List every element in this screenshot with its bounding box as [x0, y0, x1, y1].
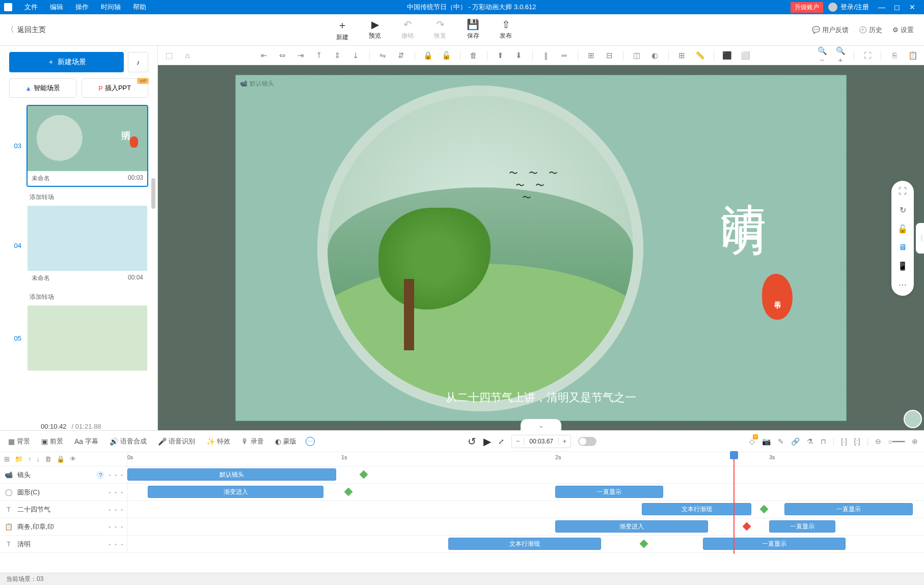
cursor-icon[interactable]: ⬚ [164, 51, 174, 60]
undo-button[interactable]: ↶撤销 [401, 18, 414, 42]
tab-tts[interactable]: 🔊语音合成 [107, 437, 149, 446]
mask-icon[interactable]: ◐ [650, 51, 660, 60]
publish-button[interactable]: ⇧发布 [500, 18, 512, 42]
ruler-icon[interactable]: 📏 [695, 51, 705, 60]
timeline-clip[interactable]: 文本行渐现 [642, 503, 751, 515]
tab-foreground[interactable]: ▣前景 [39, 437, 65, 446]
zoom-out-icon[interactable]: 🔍− [817, 46, 827, 64]
rewind-button[interactable]: ↺ [468, 435, 476, 448]
send-back-icon[interactable]: ⬜ [741, 51, 751, 60]
smart-scene-button[interactable]: ▲ 智能场景 [9, 78, 76, 98]
crop-icon[interactable]: ◫ [632, 51, 642, 60]
scene-item-04[interactable]: 04 未命名00:04 [9, 205, 148, 287]
distribute-h-icon[interactable]: ‖ [541, 51, 551, 60]
preview-badge[interactable] [904, 410, 922, 428]
timeline-track[interactable]: ◯圆形(C)•••渐变进入一直显示 [0, 484, 924, 501]
maximize-button[interactable]: ◻ [889, 3, 905, 11]
menu-timeline[interactable]: 时间轴 [95, 3, 127, 12]
zoom-in-icon[interactable]: 🔍+ [835, 46, 846, 64]
track-content[interactable]: 渐变进入一直显示 [127, 518, 924, 535]
scrollbar[interactable] [151, 178, 155, 209]
track-content[interactable]: 文本行渐现一直显示 [127, 536, 924, 552]
bracket-left-icon[interactable]: [·] [841, 437, 847, 445]
music-button[interactable]: ♪ [128, 52, 148, 72]
align-top-icon[interactable]: ⤒ [314, 51, 324, 60]
up-icon[interactable]: ↑ [28, 455, 32, 463]
align-bottom-icon[interactable]: ⤓ [351, 51, 361, 60]
link-icon[interactable]: 🔗 [791, 437, 800, 445]
menu-action[interactable]: 操作 [69, 3, 95, 12]
timeline-clip[interactable]: 渐变进入 [555, 520, 708, 533]
menu-help[interactable]: 帮助 [127, 3, 152, 12]
track-options[interactable]: ••• [108, 524, 123, 530]
close-button[interactable]: ✕ [905, 3, 920, 11]
timeline-clip[interactable]: 一直显示 [555, 486, 663, 498]
timeline-track[interactable]: T二十四节气•••文本行渐现一直显示 [0, 501, 924, 518]
scene-thumbnail[interactable]: 清明 未命名00:03 [26, 105, 148, 187]
time-input[interactable]: − 00:03.67 + [511, 435, 571, 448]
save-button[interactable]: 💾保存 [467, 18, 479, 42]
track-options[interactable]: ••• [108, 541, 123, 547]
align-center-v-icon[interactable]: ⇕ [333, 51, 343, 60]
timeline-clip[interactable]: 一直显示 [784, 503, 913, 515]
unlock-icon[interactable]: 🔓 [442, 51, 452, 60]
seal-stamp[interactable]: 二十四节 [762, 274, 793, 320]
time-plus-button[interactable]: + [558, 437, 570, 445]
layer-up-icon[interactable]: ⬆ [496, 51, 506, 60]
align-center-h-icon[interactable]: ⇔ [278, 51, 288, 60]
bracket-right-icon[interactable]: [:] [854, 437, 860, 445]
magnet-icon[interactable]: ⊓ [821, 437, 826, 445]
expand-icon[interactable]: ⤢ [498, 437, 504, 445]
timeline-clip[interactable]: 一直显示 [703, 538, 846, 550]
tab-subtitle[interactable]: Aa字幕 [72, 437, 100, 446]
track-options[interactable]: ••• [108, 507, 123, 513]
home-icon[interactable]: ⌂ [182, 51, 193, 60]
layer-down-icon[interactable]: ⬇ [514, 51, 524, 60]
expand-right-button[interactable]: 〈 [916, 223, 924, 254]
fullscreen-icon[interactable]: ⛶ [899, 187, 907, 196]
new-scene-button[interactable]: ＋ 新建场景 [9, 52, 124, 72]
time-minus-button[interactable]: − [512, 437, 524, 445]
keyframe-diamond[interactable] [640, 540, 648, 548]
edit-icon[interactable]: ✎ [778, 437, 784, 445]
align-left-icon[interactable]: ⇤ [259, 51, 269, 60]
track-options[interactable]: ••• [108, 489, 123, 495]
camera-icon[interactable]: 📷 [762, 437, 771, 445]
grid-icon[interactable]: ⊞ [677, 51, 687, 60]
ungroup-icon[interactable]: ⊟ [605, 51, 615, 60]
group-icon[interactable]: ⊞ [586, 51, 596, 60]
zoom-in-tl-icon[interactable]: ⊕ [912, 437, 918, 445]
timeline-track[interactable]: 📹镜头?•••默认镜头 [0, 466, 924, 484]
keyframe-diamond[interactable] [344, 488, 353, 496]
loop-toggle[interactable] [578, 437, 596, 446]
timeline-clip[interactable]: 渐变进入 [148, 486, 323, 498]
keyframe-icon[interactable]: ◇ [749, 437, 755, 445]
play-button[interactable]: ▶ [483, 435, 491, 448]
preview-button[interactable]: ▶预览 [369, 18, 381, 42]
back-home-button[interactable]: 〈 返回主页 [0, 24, 122, 35]
tab-asr[interactable]: 🎤语音识别 [156, 437, 197, 446]
settings-button[interactable]: ⚙设置 [892, 25, 914, 35]
keyframe-diamond[interactable] [360, 470, 368, 479]
delete-icon[interactable]: 🗑 [469, 51, 479, 60]
scene-thumbnail[interactable]: 未命名00:04 [26, 205, 148, 287]
title-text[interactable]: 清明 [713, 167, 775, 187]
track-content[interactable]: 渐变进入一直显示 [127, 484, 924, 500]
fit-icon[interactable]: ⛶ [862, 51, 873, 60]
paste-icon[interactable]: 📋 [908, 51, 918, 60]
zoom-out-tl-icon[interactable]: ⊖ [875, 437, 881, 445]
collapse-button[interactable]: ⌄ [521, 419, 561, 431]
menu-edit[interactable]: 编辑 [44, 3, 69, 12]
timeline-clip[interactable]: 默认镜头 [127, 468, 336, 481]
feedback-button[interactable]: 💬用户反馈 [812, 25, 849, 35]
desktop-icon[interactable]: 🖥 [899, 243, 907, 252]
bring-front-icon[interactable]: ⬛ [722, 51, 732, 60]
timeline-track[interactable]: T清明•••文本行渐现一直显示 [0, 536, 924, 553]
timeline-ruler[interactable]: 0s 1s 2s 3s [127, 452, 924, 466]
track-content[interactable]: 文本行渐现一直显示 [127, 501, 924, 518]
canvas[interactable]: 📹 默认镜头 〜 〜 〜 〜 〜 〜 清明 二十四节 从二十四节气上讲，清明又是… [235, 75, 847, 421]
keyframe-diamond[interactable] [743, 522, 751, 531]
menu-file[interactable]: 文件 [18, 3, 44, 12]
add-transition-button[interactable]: 添加转场 [9, 190, 148, 205]
circle-shape[interactable]: 〜 〜 〜 〜 〜 〜 [317, 86, 643, 411]
